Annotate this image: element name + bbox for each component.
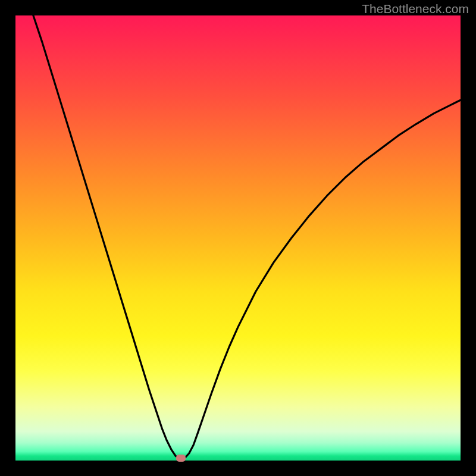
chart-plot-area (15, 15, 461, 461)
bottleneck-curve-path (33, 15, 461, 459)
optimal-point-marker (176, 455, 186, 462)
chart-frame: TheBottleneck.com (0, 0, 476, 476)
bottleneck-curve-svg (15, 15, 461, 461)
watermark-text: TheBottleneck.com (362, 2, 469, 16)
